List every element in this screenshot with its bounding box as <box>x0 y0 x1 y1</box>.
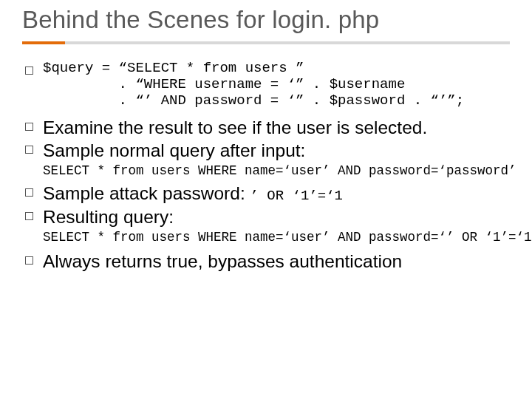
bullet-sample-attack: Sample attack password: ’ OR ‘1’=‘1 <box>25 183 510 205</box>
code-line-1: $query = “SELECT * from users ” <box>43 60 304 76</box>
code-line-2: . “WHERE username = ‘” . $username <box>43 76 405 92</box>
slide-content: $query = “SELECT * from users ” . “WHERE… <box>22 61 510 273</box>
page-title: Behind the Scenes for login. php <box>22 6 510 34</box>
bullet-text: Resulting query: <box>43 206 174 228</box>
bullet-icon <box>25 188 33 197</box>
bullet-resulting: Resulting query: <box>25 206 510 228</box>
bullet-icon <box>25 146 33 154</box>
bullet-icon <box>25 123 33 131</box>
code-block: $query = “SELECT * from users ” . “WHERE… <box>43 61 510 109</box>
accent-divider <box>22 41 510 44</box>
bullet-text: Sample attack password: ’ OR ‘1’=‘1 <box>43 183 343 205</box>
bullet-text: Examine the result to see if the user is… <box>43 117 427 139</box>
attack-code: ’ OR ‘1’=‘1 <box>250 188 343 204</box>
sql-attack: SELECT * from users WHERE name=‘user’ AN… <box>43 230 510 245</box>
bullet-sample-normal: Sample normal query after input: <box>25 140 510 162</box>
bullet-icon <box>25 256 33 265</box>
bullet-text: Sample normal query after input: <box>43 140 305 162</box>
slide: Behind the Scenes for login. php $query … <box>0 0 532 399</box>
bullet-code: $query = “SELECT * from users ” . “WHERE… <box>25 61 510 109</box>
bullet-text: Always returns true, bypasses authentica… <box>43 250 402 273</box>
bullet-always: Always returns true, bypasses authentica… <box>25 250 510 273</box>
attack-label: Sample attack password: <box>43 183 250 203</box>
bullet-icon <box>25 212 33 220</box>
sql-normal: SELECT * from users WHERE name=‘user’ AN… <box>43 163 510 178</box>
bullet-icon <box>25 66 33 75</box>
bullet-examine: Examine the result to see if the user is… <box>25 117 510 139</box>
code-line-3: . “’ AND password = ‘” . $password . “’”… <box>43 92 464 109</box>
